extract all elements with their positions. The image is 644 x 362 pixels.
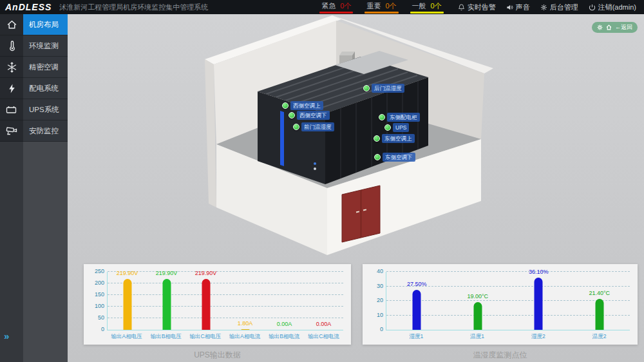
alarm-severity-bar	[365, 12, 398, 14]
bar-slot: 27.50%	[386, 272, 448, 330]
sidebar-item-label: UPS系统	[23, 99, 68, 120]
rack-indicator-light	[314, 162, 316, 165]
back-button[interactable]: ←返回	[615, 23, 632, 32]
app-header: AnDLESS 沭淮新河工程管理局机房环境监控集中管理系统 紧急0个重要0个一般…	[0, 0, 644, 14]
action-label: 声音	[516, 3, 530, 12]
ups-output-chart-panel: 050100150200250219.90V219.90V219.90V1.80…	[84, 264, 351, 345]
y-axis-tick: 200	[95, 280, 104, 286]
sound-button[interactable]: 声音	[506, 3, 530, 12]
bar-value-label: 219.90V	[117, 270, 138, 276]
marker-dot-icon	[384, 124, 391, 131]
settings-icon[interactable]	[597, 24, 603, 30]
sidebar-menu: 机房布局环境监测精密空调配电系统UPS系统安防监控	[0, 14, 68, 142]
chart-plot-area: 01020304027.50%19.00°C36.10%21.40°C	[386, 272, 630, 330]
bar-slot: 0.00A	[265, 272, 304, 330]
snowflake-icon	[0, 57, 23, 78]
bar-slot: 0.00A	[304, 272, 343, 330]
bar-value-label: 0.00A	[316, 321, 332, 327]
y-axis-tick: 250	[95, 268, 104, 274]
logout-button[interactable]: 注销(admin)	[589, 3, 636, 12]
y-axis-tick: 100	[95, 303, 104, 309]
ups-output-chart: 050100150200250219.90V219.90V219.90V1.80…	[107, 272, 343, 330]
sidebar-item-label: 配电系统	[23, 78, 68, 99]
sidebar-filler	[0, 142, 68, 362]
bar-slot: 1.80A	[225, 272, 265, 330]
bar	[162, 279, 171, 330]
rack-marker[interactable]: 东侧空调上	[374, 134, 415, 143]
admin-button[interactable]: 后台管理	[540, 3, 578, 12]
camera-icon	[0, 120, 23, 142]
power-icon	[589, 4, 596, 11]
rack-marker[interactable]: UPS	[384, 123, 409, 132]
bar	[123, 279, 131, 330]
sidebar-item-video[interactable]: 安防监控	[0, 120, 68, 142]
alarm-count: 0个	[340, 1, 351, 11]
sidebar-item-label: 环境监测	[23, 35, 68, 57]
y-axis-tick: 40	[377, 268, 383, 274]
room-3d-view[interactable]	[68, 14, 644, 265]
marker-label: 西侧空调上	[290, 101, 323, 110]
marker-dot-icon	[289, 112, 295, 119]
speaker-icon	[506, 4, 513, 11]
sidebar: 机房布局环境监测精密空调配电系统UPS系统安防监控 »	[0, 14, 68, 362]
marker-dot-icon	[379, 114, 385, 120]
sidebar-item-ups[interactable]: UPS系统	[0, 99, 68, 120]
bar	[595, 299, 603, 330]
alarm-stat-urgent[interactable]: 紧急0个	[319, 1, 353, 14]
x-axis-tick: 输出C相电流	[304, 333, 343, 341]
temp-humidity-chart: 01020304027.50%19.00°C36.10%21.40°C湿度1温度…	[386, 272, 630, 330]
bar	[535, 278, 543, 330]
back-arrow-icon: ←	[615, 24, 621, 30]
x-axis-tick: 温度2	[569, 333, 630, 341]
rack-marker[interactable]: 西侧空调下	[289, 111, 330, 120]
scene-toolbar[interactable]: ←返回	[592, 22, 638, 33]
y-axis-tick: 10	[377, 312, 383, 318]
x-axis-tick: 输出B相电流	[265, 333, 304, 341]
marker-label: 西侧空调下	[297, 111, 330, 120]
rack-marker[interactable]: 东侧空调下	[374, 153, 415, 162]
vent-box-top	[339, 52, 355, 55]
marker-dot-icon	[374, 135, 380, 142]
bar-slot: 19.00°C	[448, 272, 509, 330]
main-view: ←返回	[68, 14, 644, 362]
marker-dot-icon	[374, 154, 381, 160]
sidebar-expand-chevron[interactable]: »	[4, 330, 9, 341]
sidebar-item-power[interactable]: 配电系统	[0, 78, 68, 99]
x-axis-tick: 输出A相电压	[107, 333, 146, 341]
rack-marker[interactable]: 前门温湿度	[293, 122, 334, 131]
rack-marker[interactable]: 后门温湿度	[363, 84, 404, 93]
ups-chart-title: UPS输出数据	[84, 350, 351, 361]
bar-slot: 21.40°C	[569, 272, 630, 330]
x-axis-tick: 输出C相电压	[185, 333, 225, 341]
marker-label: 后门温湿度	[372, 84, 404, 93]
temp-humidity-chart-title: 温湿度监测点位	[363, 350, 638, 361]
sidebar-item-environment[interactable]: 环境监测	[0, 35, 68, 57]
marker-label: 东侧空调下	[383, 153, 415, 162]
x-axis-tick: 湿度1	[386, 333, 447, 341]
sidebar-item-room-layout[interactable]: 机房布局	[0, 14, 68, 35]
bar-value-label: 219.90V	[195, 270, 217, 276]
alarm-stat-important[interactable]: 重要0个	[365, 1, 398, 14]
marker-label: 东侧空调上	[382, 134, 415, 143]
rack-marker[interactable]: 西侧空调上	[282, 101, 323, 110]
sidebar-item-hvac[interactable]: 精密空调	[0, 57, 68, 78]
header-actions: 实时告警声音后台管理注销(admin)	[458, 3, 636, 12]
y-axis-tick: 150	[95, 291, 104, 298]
alarm-stat-general[interactable]: 一般0个	[410, 1, 444, 14]
rack-marker[interactable]: 东侧配电柜	[379, 113, 420, 122]
realtime-alerts-button[interactable]: 实时告警	[458, 3, 496, 12]
alarm-count: 0个	[385, 1, 396, 11]
action-label: 注销(admin)	[598, 3, 636, 12]
bar	[241, 329, 249, 330]
home-icon[interactable]	[606, 24, 612, 30]
alarm-label: 一般	[412, 1, 426, 11]
x-axis-tick: 湿度2	[508, 333, 569, 341]
gear-icon	[540, 4, 547, 11]
bar-slot: 219.90V	[108, 272, 147, 330]
marker-label: 前门温湿度	[301, 122, 334, 131]
sidebar-item-label: 精密空调	[23, 57, 68, 78]
y-axis-tick: 30	[377, 283, 383, 289]
marker-dot-icon	[363, 85, 370, 91]
thermometer-icon	[0, 35, 23, 57]
bar-value-label: 0.00A	[277, 321, 292, 327]
